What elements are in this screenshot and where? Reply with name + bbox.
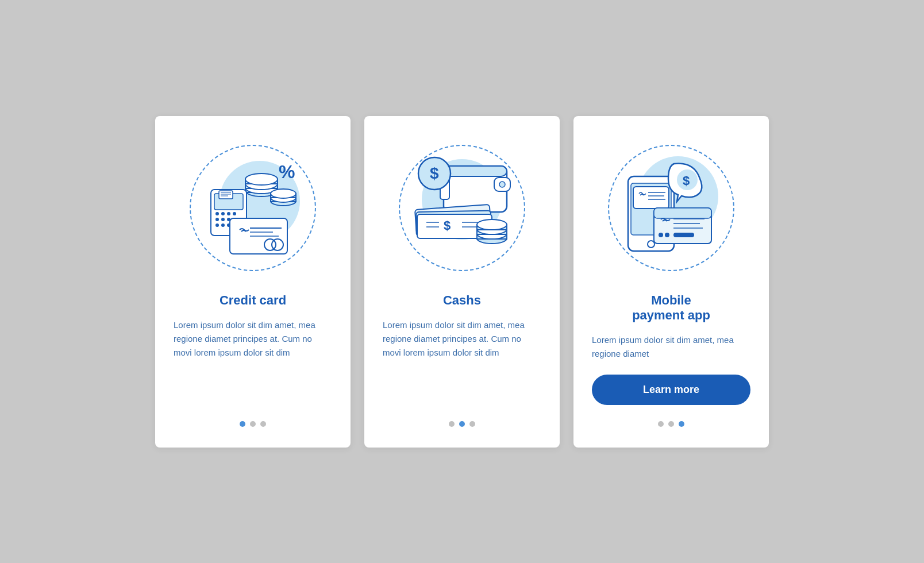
mobile-payment-card: $ Mobile payment app Lorem ipsum dolor s… [573,116,769,448]
mobile-payment-body: Lorem ipsum dolor sit dim amet, mea regi… [592,333,750,361]
cashs-card: $ $ Cashs Lorem ipsum dolor [364,116,560,448]
svg-text:$: $ [444,218,451,233]
svg-point-24 [221,218,225,221]
svg-text:%: % [279,161,295,182]
svg-point-23 [215,218,219,221]
svg-point-20 [221,212,225,215]
svg-point-22 [233,212,236,215]
mobile-payment-title: Mobile payment app [632,293,710,323]
mobile-payment-icon-area: $ [602,139,740,277]
svg-point-21 [227,212,230,215]
credit-card-title: Credit card [220,293,286,308]
dot-2 [250,421,256,427]
credit-card-icon: % [198,156,307,260]
svg-point-73 [659,233,663,237]
svg-rect-15 [219,191,233,199]
credit-card-card: % [155,116,351,448]
svg-point-40 [499,182,505,187]
svg-point-74 [665,233,669,237]
svg-point-7 [245,173,278,185]
cashs-title: Cashs [443,293,481,308]
dot-3 [260,421,266,427]
learn-more-button[interactable]: Learn more [592,375,750,405]
cards-container: % [155,116,769,448]
dot-3 [469,421,475,427]
svg-point-19 [215,212,219,215]
svg-point-58 [477,219,507,230]
dot-3 [679,421,684,427]
cash-icon: $ $ [405,153,519,263]
svg-rect-69 [654,208,711,218]
credit-card-dots [240,421,266,427]
dot-1 [658,421,664,427]
cashs-icon-area: $ $ [393,139,531,277]
dot-1 [449,421,455,427]
svg-rect-75 [673,233,694,237]
mobile-payment-icon: $ [614,153,729,263]
dot-2 [459,421,465,427]
dot-2 [668,421,674,427]
svg-rect-38 [444,166,507,176]
cashs-body: Lorem ipsum dolor sit dim amet, mea regi… [383,318,541,405]
credit-card-icon-area: % [184,139,322,277]
svg-point-28 [221,223,225,227]
svg-point-27 [215,223,219,227]
svg-rect-62 [633,187,669,209]
svg-point-12 [271,189,296,198]
mobile-payment-dots [658,421,684,427]
dot-1 [240,421,245,427]
svg-text:$: $ [683,173,690,188]
credit-card-body: Lorem ipsum dolor sit dim amet, mea regi… [174,318,332,405]
svg-text:$: $ [430,164,439,182]
cashs-dots [449,421,475,427]
